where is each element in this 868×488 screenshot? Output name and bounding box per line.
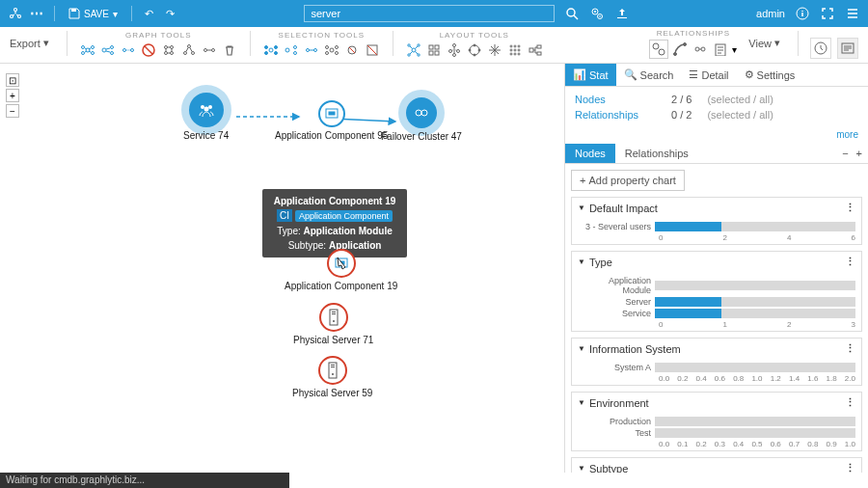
- svg-point-66: [514, 45, 516, 47]
- tab-settings[interactable]: ⚙Settings: [737, 64, 803, 86]
- tab-search[interactable]: 🔍Search: [616, 64, 682, 86]
- layout-tool-7-icon[interactable]: [527, 41, 544, 59]
- svg-point-68: [510, 49, 512, 51]
- svg-point-2: [18, 15, 21, 18]
- svg-point-36: [293, 46, 296, 49]
- svg-point-15: [102, 48, 106, 52]
- fit-icon[interactable]: ⊡: [6, 73, 19, 87]
- svg-point-32: [274, 46, 277, 49]
- svg-point-71: [510, 53, 512, 55]
- svg-point-24: [170, 52, 173, 55]
- add-property-chart-button[interactable]: + Add property chart: [571, 170, 685, 191]
- svg-point-78: [659, 49, 665, 55]
- tab-stat[interactable]: 📊Stat: [565, 64, 616, 86]
- layout-tool-6-icon[interactable]: [506, 41, 524, 59]
- svg-rect-52: [429, 45, 433, 49]
- graph-tool-1-icon[interactable]: [79, 41, 96, 59]
- app-logo-icon[interactable]: [8, 6, 23, 21]
- node-phys-srv-59[interactable]: Physical Server 59: [292, 356, 372, 398]
- graph-tool-4-icon[interactable]: [160, 41, 177, 59]
- svg-rect-3: [71, 9, 76, 12]
- menu-icon[interactable]: ⋯: [29, 6, 44, 21]
- graph-tool-2-icon[interactable]: [99, 41, 117, 59]
- undo-icon[interactable]: ↶: [142, 6, 157, 21]
- hamburger-icon[interactable]: [845, 6, 860, 21]
- username[interactable]: admin: [756, 8, 785, 19]
- export-button[interactable]: Export ▾: [10, 37, 49, 49]
- view-button[interactable]: View ▾: [748, 37, 780, 49]
- graph-tool-5-icon[interactable]: [180, 41, 198, 59]
- chart-default-impact: ▼Default Impact⋮ 3 - Several users 0246: [571, 197, 862, 245]
- zoom-out-icon[interactable]: −: [6, 104, 19, 118]
- search-icon[interactable]: [564, 6, 580, 21]
- svg-point-73: [518, 53, 520, 55]
- delete-icon[interactable]: [221, 41, 238, 59]
- svg-point-65: [510, 45, 512, 47]
- subtab-rel[interactable]: Relationships: [615, 144, 698, 163]
- rel-tool-3-icon[interactable]: [692, 41, 709, 58]
- sel-tool-1-icon[interactable]: [262, 41, 280, 59]
- layout-tool-2-icon[interactable]: [425, 41, 443, 59]
- rel-tool-1-icon[interactable]: [649, 40, 668, 59]
- gears-icon[interactable]: [589, 6, 605, 21]
- rel-tool-4-icon[interactable]: [712, 41, 729, 58]
- search-input[interactable]: [304, 5, 555, 22]
- svg-point-72: [514, 53, 516, 55]
- info-icon[interactable]: [795, 6, 810, 21]
- svg-point-51: [418, 54, 420, 56]
- svg-point-19: [130, 49, 133, 52]
- svg-point-81: [695, 47, 699, 51]
- layout-tool-3-icon[interactable]: [446, 41, 463, 59]
- panel-icon[interactable]: [837, 38, 858, 59]
- tab-detail[interactable]: ☰Detail: [681, 64, 736, 86]
- fullscreen-icon[interactable]: [820, 6, 835, 21]
- svg-point-56: [452, 44, 455, 47]
- svg-point-12: [91, 46, 94, 49]
- node-phys-srv-71[interactable]: Physical Server 71: [293, 303, 373, 345]
- graph-tool-forbid-icon[interactable]: [140, 41, 157, 59]
- sel-tool-6-icon[interactable]: [364, 41, 381, 59]
- svg-point-27: [191, 52, 194, 55]
- collapse-icon[interactable]: −: [842, 148, 848, 159]
- top-bar: ⋯ SAVE ▾ ↶ ↷ admin: [0, 0, 868, 27]
- svg-point-49: [418, 44, 420, 46]
- sel-tool-2-icon[interactable]: [283, 41, 300, 59]
- upload-icon[interactable]: [614, 6, 630, 21]
- svg-point-17: [110, 52, 113, 55]
- stat-nodes-link[interactable]: Nodes: [575, 92, 662, 107]
- sel-tool-4-icon[interactable]: [323, 41, 340, 59]
- svg-point-67: [518, 45, 520, 47]
- chart-menu-icon[interactable]: ⋮: [845, 342, 855, 355]
- rel-tool-2-icon[interactable]: [671, 41, 689, 58]
- node-app-comp-19[interactable]: Application Component 19: [285, 249, 397, 291]
- chart-menu-icon[interactable]: ⋮: [845, 202, 855, 214]
- chart-menu-icon[interactable]: ⋮: [845, 256, 855, 268]
- subtab-nodes[interactable]: Nodes: [565, 144, 615, 163]
- redo-icon[interactable]: ↷: [163, 6, 178, 21]
- add-icon[interactable]: +: [856, 148, 862, 159]
- sel-tool-5-icon[interactable]: [343, 41, 361, 59]
- chart-menu-icon[interactable]: ⋮: [845, 396, 855, 409]
- svg-rect-54: [429, 51, 433, 55]
- node-failover-47[interactable]: Failover Cluster 47: [381, 97, 462, 142]
- layout-tool-5-icon[interactable]: [486, 41, 503, 59]
- svg-point-41: [325, 46, 328, 49]
- svg-point-61: [474, 44, 475, 46]
- graph-tool-6-icon[interactable]: [201, 41, 218, 59]
- node-app-comp-95[interactable]: Application Component 95: [275, 100, 388, 141]
- timeline-icon[interactable]: [810, 38, 831, 59]
- stat-rel-link[interactable]: Relationships: [575, 107, 662, 122]
- layout-tool-1-icon[interactable]: [405, 41, 422, 59]
- save-button[interactable]: SAVE ▾: [65, 6, 122, 21]
- zoom-in-icon[interactable]: +: [6, 89, 19, 102]
- graph-canvas[interactable]: ⊡ + − Service 74 Application Component 9…: [0, 64, 564, 473]
- svg-rect-55: [435, 51, 439, 55]
- node-service-74[interactable]: Service 74: [183, 93, 229, 141]
- svg-rect-75: [537, 45, 541, 48]
- more-link[interactable]: more: [565, 127, 868, 142]
- svg-rect-76: [537, 52, 541, 55]
- graph-tool-3-icon[interactable]: [120, 41, 137, 59]
- sel-tool-3-icon[interactable]: [303, 41, 320, 59]
- layout-tool-4-icon[interactable]: [466, 41, 483, 59]
- chart-menu-icon[interactable]: ⋮: [845, 462, 855, 473]
